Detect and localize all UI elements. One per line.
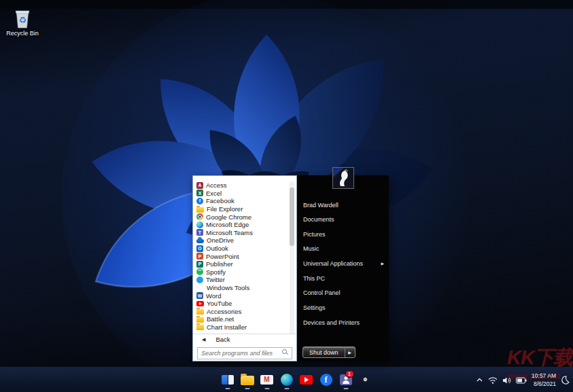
program-item-microsoft-edge[interactable]: Microsoft Edge [196, 221, 285, 229]
program-label: Outlook [206, 245, 228, 252]
program-label: Excel [206, 190, 222, 197]
task-view-icon [222, 375, 234, 385]
program-item-spotify[interactable]: Spotify [196, 268, 285, 277]
tray-expand-chevron-icon[interactable] [476, 376, 483, 384]
user-avatar[interactable] [332, 167, 354, 189]
clock-date: 8/6/2021 [532, 380, 556, 388]
program-label: Microsoft Edge [206, 221, 249, 228]
back-arrow-icon: ◀ [202, 337, 205, 342]
twitter-icon [196, 277, 203, 283]
volume-icon[interactable] [502, 376, 511, 385]
program-label: Battle.net [207, 315, 234, 323]
program-item-twitter[interactable]: Twitter [196, 276, 285, 284]
program-item-google-chrome[interactable]: Google Chrome [196, 213, 285, 221]
program-item-powerpoint[interactable]: PPowerPoint [196, 252, 285, 260]
program-item-battle-net[interactable]: Battle.net [196, 315, 285, 323]
running-indicator [343, 388, 348, 389]
program-label: Google Chrome [206, 213, 251, 221]
program-label: Facebook [206, 197, 235, 204]
program-item-windows-tools[interactable]: ⚙Windows Tools [196, 284, 285, 292]
program-label: Twitter [206, 276, 225, 283]
program-label: PowerPoint [206, 253, 239, 260]
scrollbar-thumb[interactable] [290, 188, 294, 246]
facebook-button[interactable]: f [317, 369, 335, 390]
clock-time: 10:57 AM [532, 372, 556, 380]
start-item-settings[interactable]: Settings [297, 300, 389, 315]
edge-button[interactable] [278, 369, 296, 390]
folder-icon [196, 317, 204, 323]
wifi-icon[interactable] [488, 376, 498, 385]
search-input[interactable] [197, 347, 292, 359]
facebook-icon: f [196, 198, 203, 204]
program-label: Spotify [206, 268, 226, 276]
mail-icon: M [260, 375, 273, 385]
teams-icon: T [196, 229, 203, 236]
start-item-label: Documents [303, 216, 334, 223]
program-list-scrollbar[interactable] [290, 181, 294, 334]
start-icon [202, 374, 214, 386]
taskbar: Mf1⚙ 10:57 AM 8/6/2021 [0, 367, 573, 392]
program-item-access[interactable]: AAccess [196, 181, 285, 190]
program-item-microsoft-teams[interactable]: TMicrosoft Teams [196, 229, 285, 237]
start-item-label: Settings [303, 304, 326, 311]
onedrive-icon [196, 239, 204, 243]
youtube-icon [196, 301, 204, 306]
program-label: Publisher [206, 260, 233, 268]
night-mode-moon-icon[interactable] [561, 376, 570, 385]
teams-button[interactable]: 1 [337, 369, 355, 390]
settings-button[interactable]: ⚙ [357, 369, 375, 390]
program-item-onedrive[interactable]: OneDrive [196, 236, 285, 245]
program-list: AAccessXExcelfFacebookFile ExplorerGoogl… [196, 181, 285, 331]
shutdown-options-arrow[interactable]: ▶ [345, 347, 355, 357]
task-view-button[interactable] [219, 369, 237, 390]
recycle-bin-label: Recycle Bin [3, 30, 42, 37]
program-item-excel[interactable]: XExcel [196, 190, 285, 198]
shutdown-button[interactable]: Shut down [303, 347, 345, 357]
back-button[interactable]: ◀ Back [193, 334, 296, 344]
notification-badge: 1 [345, 370, 354, 378]
program-item-chart-installer[interactable]: Chart Installer [196, 323, 285, 332]
battery-icon[interactable] [516, 377, 527, 384]
desktop: ♻ Recycle Bin KK下载 www.kkx.net AAccessXE… [0, 0, 573, 392]
system-tray: 10:57 AM 8/6/2021 [476, 368, 570, 392]
start-item-devices-and-printers[interactable]: Devices and Printers [297, 315, 389, 330]
edge-icon [196, 221, 203, 228]
start-item-this-pc[interactable]: This PC [297, 271, 389, 286]
edge-large-icon [281, 374, 293, 386]
start-item-pictures[interactable]: Pictures [297, 227, 389, 242]
youtube-button[interactable] [298, 369, 315, 390]
spotify-icon [196, 268, 203, 275]
running-indicator [284, 388, 289, 389]
start-item-control-panel[interactable]: Control Panel [297, 285, 389, 300]
program-label: Microsoft Teams [206, 229, 253, 236]
desktop-icon-recycle-bin[interactable]: ♻ Recycle Bin [3, 7, 42, 37]
taskbar-clock[interactable]: 10:57 AM 8/6/2021 [532, 372, 556, 387]
user-name[interactable]: Brad Wardell [303, 202, 338, 209]
program-item-outlook[interactable]: OOutlook [196, 245, 285, 253]
taskbar-icons: Mf1⚙ [199, 369, 375, 390]
program-label: Chart Installer [207, 323, 247, 331]
program-item-file-explorer[interactable]: File Explorer [196, 205, 285, 213]
start-button[interactable] [199, 369, 217, 390]
program-item-facebook[interactable]: fFacebook [196, 197, 285, 205]
start-item-label: This PC [303, 275, 325, 282]
recycle-bin-icon: ♻ [12, 7, 33, 29]
right-menu: DocumentsPicturesMusicUniversal Applicat… [297, 212, 389, 330]
start-item-universal-applications[interactable]: Universal Applications▶ [297, 256, 389, 271]
svg-text:♻: ♻ [18, 15, 27, 25]
start-item-documents[interactable]: Documents [297, 212, 389, 227]
program-label: File Explorer [207, 205, 243, 213]
start-item-label: Music [303, 245, 319, 252]
publisher-icon: P [196, 261, 203, 268]
start-menu: AAccessXExcelfFacebookFile ExplorerGoogl… [192, 175, 389, 361]
start-item-music[interactable]: Music [297, 241, 389, 256]
start-item-label: Pictures [303, 231, 326, 238]
mail-button[interactable]: M [258, 369, 276, 390]
program-item-publisher[interactable]: PPublisher [196, 260, 285, 268]
running-indicator [225, 388, 230, 389]
program-item-accessories[interactable]: Accessories [196, 308, 285, 316]
program-item-youtube[interactable]: YouTube [196, 300, 285, 308]
powerpoint-icon: P [196, 253, 203, 260]
program-item-word[interactable]: WWord [196, 291, 285, 300]
file-explorer-button[interactable] [239, 369, 256, 390]
